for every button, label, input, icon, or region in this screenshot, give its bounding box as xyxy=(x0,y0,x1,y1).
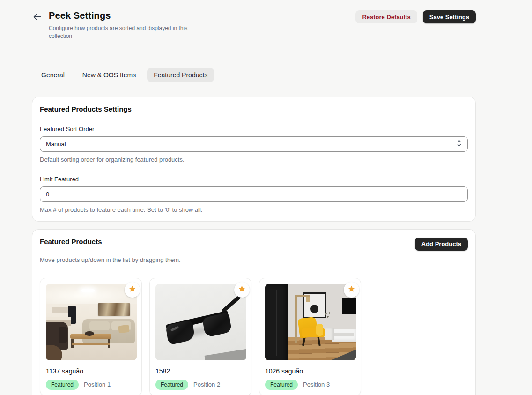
save-settings-button[interactable]: Save Settings xyxy=(423,10,476,23)
sort-order-group: Featured Sort Order Manual Default sorti… xyxy=(40,126,468,163)
star-icon xyxy=(347,285,355,295)
living-room-photo xyxy=(46,284,137,360)
product-badges: Featured Position 3 xyxy=(265,380,355,390)
position-label: Position 3 xyxy=(303,381,330,388)
sort-order-label: Featured Sort Order xyxy=(40,126,468,133)
product-image-wrap xyxy=(155,284,246,360)
product-badges: Featured Position 1 xyxy=(46,380,136,390)
featured-badge: Featured xyxy=(155,380,188,390)
page-subtitle: Configure how products are sorted and di… xyxy=(49,24,204,41)
sort-order-help: Default sorting order for organizing fea… xyxy=(40,156,468,163)
product-image-wrap xyxy=(265,284,356,360)
sort-order-select[interactable]: Manual xyxy=(40,136,468,152)
page-header: Peek Settings Configure how products are… xyxy=(32,10,476,41)
product-card-1137[interactable]: 1137 saguão Featured Position 1 xyxy=(40,278,142,395)
featured-badge: Featured xyxy=(265,380,298,390)
featured-card-header: Featured Products Add Products xyxy=(40,238,468,251)
featured-card-title: Featured Products xyxy=(40,238,102,246)
product-name: 1582 xyxy=(155,367,245,375)
product-name: 1026 saguão xyxy=(265,367,355,375)
limit-featured-help: Max # of products to feature each time. … xyxy=(40,206,468,213)
position-label: Position 1 xyxy=(84,381,111,388)
back-button[interactable] xyxy=(32,11,42,22)
tab-general[interactable]: General xyxy=(35,68,71,82)
tab-featured-products[interactable]: Featured Products xyxy=(147,68,214,82)
featured-settings-card: Featured Products Settings Featured Sort… xyxy=(32,97,476,222)
featured-star-badge[interactable] xyxy=(234,282,250,298)
featured-star-badge[interactable] xyxy=(344,282,359,298)
featured-products-card: Featured Products Add Products Move prod… xyxy=(32,229,476,395)
product-name: 1137 saguão xyxy=(46,367,136,375)
up-down-chevron-icon xyxy=(457,140,462,148)
settings-card-title: Featured Products Settings xyxy=(40,105,468,113)
tab-bar: General New & OOS Items Featured Product… xyxy=(32,68,476,82)
header-text: Peek Settings Configure how products are… xyxy=(49,10,204,41)
header-actions: Restore Defaults Save Settings xyxy=(355,10,476,23)
yellow-armchair-room-photo xyxy=(265,284,356,360)
add-products-button[interactable]: Add Products xyxy=(415,238,468,251)
sort-order-value: Manual xyxy=(46,141,66,148)
limit-featured-input[interactable] xyxy=(40,186,468,202)
limit-featured-group: Limit Featured Max # of products to feat… xyxy=(40,176,468,213)
black-sunglasses-photo xyxy=(155,284,246,360)
tab-new-oos-items[interactable]: New & OOS Items xyxy=(76,68,142,82)
product-card-1582[interactable]: 1582 Featured Position 2 xyxy=(149,278,251,395)
page-title: Peek Settings xyxy=(49,10,204,21)
star-icon xyxy=(238,285,246,295)
limit-featured-label: Limit Featured xyxy=(40,176,468,183)
featured-badge: Featured xyxy=(46,380,79,390)
page-container: Peek Settings Configure how products are… xyxy=(32,0,476,395)
product-image-wrap xyxy=(46,284,137,360)
restore-defaults-button[interactable]: Restore Defaults xyxy=(355,10,417,23)
featured-star-badge[interactable] xyxy=(125,282,140,298)
product-badges: Featured Position 2 xyxy=(155,380,245,390)
star-icon xyxy=(128,285,136,295)
position-label: Position 2 xyxy=(193,381,220,388)
arrow-left-icon xyxy=(33,13,41,21)
featured-card-subtitle: Move products up/down in the list by dra… xyxy=(40,256,468,263)
product-grid: 1137 saguão Featured Position 1 xyxy=(40,278,468,395)
header-left: Peek Settings Configure how products are… xyxy=(32,10,204,41)
product-card-1026[interactable]: 1026 saguão Featured Position 3 xyxy=(259,278,361,395)
